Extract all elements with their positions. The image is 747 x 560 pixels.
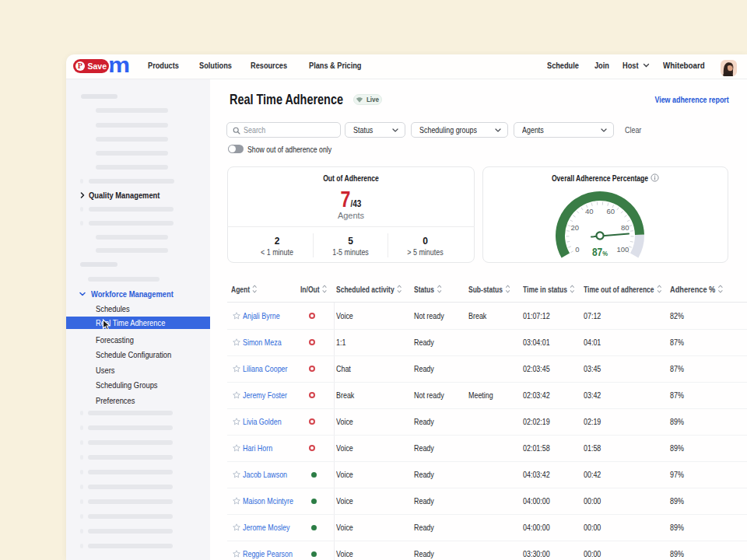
svg-text:0: 0 — [575, 245, 579, 254]
svg-text:80: 80 — [621, 223, 630, 232]
svg-text:40: 40 — [585, 207, 594, 215]
svg-text:60: 60 — [607, 207, 615, 215]
svg-text:20: 20 — [570, 223, 579, 232]
